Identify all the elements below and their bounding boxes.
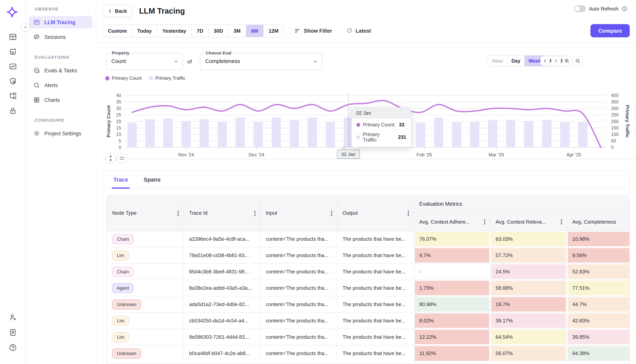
- column-menu-icon[interactable]: [177, 212, 178, 214]
- tab-spans[interactable]: Spans: [144, 171, 161, 188]
- choose-eval-select[interactable]: Choose Eval Completeness: [200, 53, 322, 70]
- trace-row[interactable]: Llm79a51e08-cd38-4b81-83...content='The …: [107, 247, 629, 264]
- trace-id-cell: 8a38e2ea-addd-43a5-a3a...: [183, 280, 260, 296]
- traffic-bar[interactable]: [127, 123, 137, 148]
- column-menu-icon[interactable]: [254, 212, 255, 214]
- range-3m[interactable]: 3M: [228, 25, 246, 37]
- traffic-bar[interactable]: [542, 120, 551, 148]
- legend-item[interactable]: Primary Traffic: [149, 76, 185, 81]
- traffic-bar[interactable]: [254, 122, 263, 148]
- output-cell: The products that have be...: [337, 247, 414, 264]
- rail-document-button[interactable]: [8, 328, 17, 337]
- traffic-bar[interactable]: [218, 122, 227, 148]
- pan-right-button[interactable]: [551, 56, 561, 66]
- trace-row[interactable]: Llmcb534250-da1d-4c54-a4...content='The …: [107, 312, 629, 329]
- range-today[interactable]: Today: [132, 25, 157, 37]
- traffic-bar[interactable]: [326, 122, 335, 148]
- rail-help-button[interactable]: [8, 343, 17, 352]
- granularity-hour[interactable]: Hour: [488, 56, 507, 66]
- shield-search-icon: [8, 77, 17, 86]
- traffic-bar[interactable]: [488, 120, 497, 148]
- traffic-bar[interactable]: [578, 122, 587, 148]
- traffic-bar[interactable]: [163, 118, 173, 148]
- metric-column-header[interactable]: Avg. Context Adhere...: [414, 212, 490, 231]
- node-type-cell: Agent: [107, 280, 183, 296]
- rail-user-plus-button[interactable]: [8, 313, 17, 322]
- back-button[interactable]: Back: [102, 5, 132, 17]
- trace-row[interactable]: Chaina2396ec4-9a5e-4c8f-aca...content='T…: [107, 231, 629, 247]
- navigator-handle-button[interactable]: [117, 153, 127, 163]
- pan-left-button[interactable]: [540, 56, 550, 66]
- column-menu-icon[interactable]: [484, 221, 485, 222]
- column-menu-icon[interactable]: [407, 212, 409, 214]
- traffic-bar[interactable]: [308, 118, 317, 148]
- traffic-bar[interactable]: [506, 120, 515, 148]
- rail-tag-plus-button[interactable]: [8, 47, 17, 56]
- tab-trace[interactable]: Trace: [113, 171, 128, 188]
- rail-tree-button[interactable]: [8, 92, 17, 101]
- column-header-node-type[interactable]: Node Type: [107, 195, 183, 231]
- sidebar-item-charts[interactable]: Charts: [29, 94, 93, 106]
- traffic-bar[interactable]: [452, 122, 461, 148]
- traffic-bar[interactable]: [470, 122, 479, 148]
- sidebar-item-llm-tracing[interactable]: LLM Tracing: [29, 16, 93, 28]
- column-header-output[interactable]: Output: [337, 195, 414, 231]
- range-yesterday[interactable]: Yesterday: [157, 25, 191, 37]
- input-cell: content='The products tha...: [260, 345, 337, 362]
- sidebar-item-alerts[interactable]: Alerts: [29, 79, 93, 92]
- range-custom[interactable]: Custom: [103, 25, 132, 37]
- range-7d[interactable]: 7D: [191, 25, 208, 37]
- range-12m[interactable]: 12M: [263, 25, 284, 37]
- trace-row[interactable]: Llm9e586303-7261-4d4d-83...content='The …: [107, 329, 629, 345]
- auto-refresh-toggle[interactable]: [574, 6, 586, 12]
- sidebar-collapse-button[interactable]: [21, 22, 30, 32]
- series-dot-icon: [356, 135, 360, 139]
- zoom-in-button[interactable]: [562, 56, 572, 66]
- traffic-bar[interactable]: [560, 122, 569, 148]
- axis-merge-button[interactable]: [106, 153, 116, 163]
- traffic-bar[interactable]: [272, 118, 281, 148]
- sidebar-item-evals-tasks[interactable]: Evals & Tasks: [29, 64, 93, 76]
- sidebar-item-sessions[interactable]: Sessions: [29, 31, 93, 43]
- column-header-input[interactable]: Input: [260, 195, 337, 231]
- granularity-day[interactable]: Day: [507, 56, 524, 66]
- traffic-bar[interactable]: [145, 119, 155, 148]
- right-axis-tick: 250: [611, 112, 618, 118]
- traffic-bar[interactable]: [199, 119, 209, 148]
- metric-column-header[interactable]: Avg. Context Releva...: [490, 212, 567, 231]
- range-6m[interactable]: 6M: [246, 25, 263, 37]
- rail-lock-button[interactable]: [8, 106, 17, 116]
- column-header-trace-id[interactable]: Trace Id: [183, 195, 260, 231]
- info-icon[interactable]: [621, 6, 627, 12]
- choose-eval-label: Choose Eval: [204, 50, 233, 55]
- zoom-out-button[interactable]: [573, 56, 583, 66]
- traffic-bar[interactable]: [416, 123, 425, 148]
- latest-button[interactable]: Latest: [346, 28, 371, 34]
- traffic-bar[interactable]: [290, 120, 299, 148]
- traffic-bar[interactable]: [181, 121, 191, 148]
- range-30d[interactable]: 30D: [208, 25, 228, 37]
- compare-button[interactable]: Compare: [591, 24, 630, 37]
- traffic-bar[interactable]: [434, 118, 443, 148]
- rail-grid-table-button[interactable]: [8, 32, 17, 42]
- trace-row[interactable]: Unknownada5d1a2-73ed-4d0e-82...content='…: [107, 296, 629, 312]
- traffic-bar[interactable]: [236, 118, 245, 148]
- sidebar-item-label: Project Settings: [44, 130, 81, 136]
- choose-eval-value: Completeness: [205, 58, 240, 64]
- rail-chart-image-button[interactable]: [8, 62, 17, 71]
- metric-cell: 77.51%: [567, 280, 629, 296]
- property-select[interactable]: Property Count: [106, 53, 183, 70]
- trace-row[interactable]: Agent8a38e2ea-addd-43a5-a3a...content='T…: [107, 280, 629, 296]
- traffic-bar[interactable]: [524, 121, 533, 148]
- show-filter-button[interactable]: Show Filter: [294, 28, 332, 34]
- trace-row[interactable]: Unknownb0ca48df-b047-4c2e-ab8...content=…: [107, 345, 629, 362]
- metric-cell: 9.56%: [567, 247, 629, 264]
- column-menu-icon[interactable]: [331, 212, 332, 214]
- sidebar-item-project-settings[interactable]: Project Settings: [29, 127, 93, 140]
- brand-logo-icon[interactable]: [6, 6, 18, 18]
- trace-row[interactable]: Chain85d4c3b8-3be8-4831-98...content='Th…: [107, 264, 629, 280]
- rail-shield-search-button[interactable]: [8, 76, 17, 86]
- column-menu-icon[interactable]: [561, 221, 562, 222]
- metric-column-header[interactable]: Avg. Completeness: [567, 212, 629, 231]
- legend-item[interactable]: Primary Count: [105, 76, 142, 81]
